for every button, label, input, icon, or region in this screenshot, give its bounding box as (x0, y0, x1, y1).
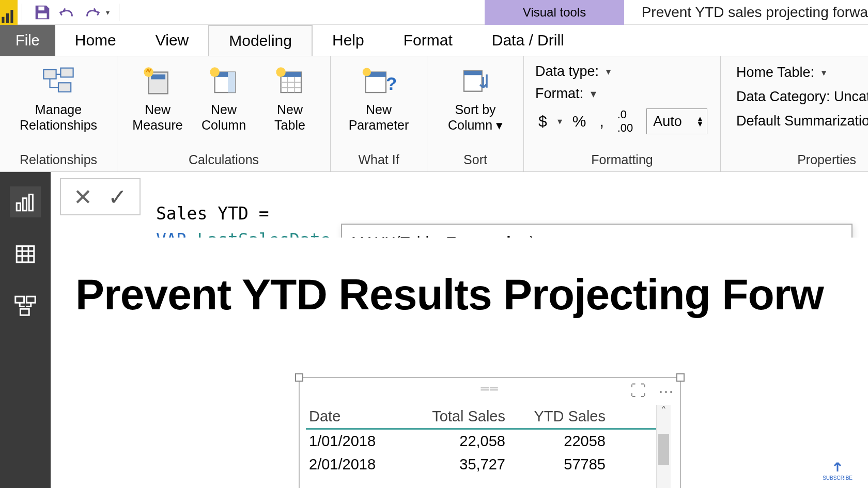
column-icon (205, 62, 242, 100)
decimal-places-stepper[interactable]: Auto ▲▼ (646, 108, 707, 134)
svg-point-10 (144, 67, 153, 77)
svg-rect-27 (17, 246, 34, 262)
sort-by-column-button[interactable]: Sort by Column ▾ (437, 59, 514, 133)
currency-button[interactable]: $ (535, 113, 550, 130)
scroll-up-icon[interactable]: ˄ (657, 405, 671, 418)
ribbon-group-properties: Home Table:▾ Data Category: Uncategorize… (721, 56, 868, 171)
scroll-thumb[interactable] (658, 434, 669, 465)
parameter-icon: ? (360, 62, 397, 100)
tab-help[interactable]: Help (313, 25, 384, 56)
column-header[interactable]: YTD Sales (518, 408, 611, 425)
data-category-dropdown[interactable]: Data Category: Uncategorize (736, 89, 868, 105)
new-measure-button[interactable]: New Measure (127, 59, 189, 133)
ribbon-group-calculations: New Measure New Column New Table Calcula… (117, 56, 331, 171)
sort-icon (457, 62, 494, 100)
scrollbar[interactable]: ˄ (656, 405, 671, 488)
svg-rect-25 (23, 198, 26, 211)
app-logo (0, 0, 18, 25)
focus-mode-icon[interactable]: ⛶ (630, 382, 646, 400)
model-view-button[interactable] (10, 290, 41, 321)
column-header[interactable]: Total Sales (420, 408, 518, 425)
svg-rect-5 (43, 70, 56, 79)
contextual-tab-label: Visual tools (523, 5, 586, 20)
ribbon-group-formatting: Data type:▾ Format:▾ $▾ % , .0.00 Auto ▲… (524, 56, 721, 171)
home-table-dropdown[interactable]: Home Table:▾ (736, 65, 868, 81)
stepper-arrows[interactable]: ▲▼ (696, 116, 704, 127)
decimal-icon[interactable]: .0.00 (614, 108, 637, 135)
report-title-text: Prevent YTD Results Projecting Forw (75, 270, 824, 320)
svg-rect-26 (29, 195, 33, 211)
measure-icon (139, 62, 176, 100)
undo-button[interactable] (56, 2, 78, 23)
tab-modeling[interactable]: Modeling (208, 25, 313, 56)
table-header-row: Date Total Sales YTD Sales (306, 405, 656, 430)
table-icon (271, 62, 308, 100)
document-title: Prevent YTD sales projecting forwa (642, 4, 868, 21)
data-table: Date Total Sales YTD Sales 1/01/2018 22,… (306, 405, 656, 488)
svg-rect-13 (228, 72, 235, 92)
table-row[interactable]: 2/01/2018 35,727 57785 (306, 453, 656, 476)
formula-controls: ✕ ✓ (60, 178, 141, 215)
default-summarization-dropdown[interactable]: Default Summarization: Don't (736, 113, 868, 129)
formula-accept-button[interactable]: ✓ (108, 184, 127, 210)
resize-handle[interactable] (676, 373, 685, 382)
svg-text:?: ? (386, 73, 396, 93)
svg-rect-24 (17, 203, 20, 210)
thousands-separator-button[interactable]: , (596, 113, 607, 130)
svg-point-14 (210, 67, 220, 77)
contextual-tab-visual-tools[interactable]: Visual tools (485, 0, 624, 25)
tab-file[interactable]: File (0, 25, 55, 56)
ribbon-body: Manage Relationships Relationships New M… (0, 56, 868, 172)
relationships-icon (40, 62, 77, 100)
ribbon-tabs: File Home View Modeling Help Format Data… (0, 25, 868, 56)
svg-rect-29 (26, 296, 35, 303)
tab-data-drill[interactable]: Data / Drill (472, 25, 584, 56)
qat-customize-dropdown[interactable]: ▾ (106, 8, 110, 17)
quick-access-toolbar: ▾ (26, 2, 115, 23)
currency-dropdown[interactable]: ▾ (557, 116, 562, 127)
subscribe-watermark: SUBSCRIBE (823, 459, 853, 481)
ribbon-group-relationships: Manage Relationships Relationships (0, 56, 117, 171)
new-parameter-button[interactable]: ? New Parameter (340, 59, 417, 133)
new-table-button[interactable]: New Table (259, 59, 321, 133)
svg-rect-9 (151, 74, 165, 79)
redo-button[interactable] (81, 2, 103, 23)
table-visual[interactable]: ══ ⛶ ⋯ Date Total Sales YTD Sales 1/01/2… (299, 377, 681, 488)
svg-point-17 (276, 67, 286, 77)
more-options-icon[interactable]: ⋯ (658, 382, 674, 400)
drag-grip-icon[interactable]: ══ (481, 382, 499, 396)
tab-home[interactable]: Home (55, 25, 136, 56)
column-header[interactable]: Date (306, 408, 420, 425)
report-view-button[interactable] (10, 186, 41, 217)
formula-cancel-button[interactable]: ✕ (73, 184, 92, 210)
svg-rect-2 (10, 10, 13, 23)
resize-handle[interactable] (295, 373, 303, 382)
svg-rect-4 (38, 13, 47, 18)
svg-rect-30 (20, 309, 29, 315)
data-type-dropdown[interactable]: Data type:▾ (535, 64, 709, 80)
tab-format[interactable]: Format (384, 25, 472, 56)
svg-point-21 (363, 68, 371, 76)
svg-rect-0 (2, 17, 4, 23)
new-column-button[interactable]: New Column (193, 59, 255, 133)
svg-rect-6 (60, 68, 73, 77)
title-bar: ▾ Visual tools Prevent YTD sales project… (0, 0, 868, 25)
data-view-button[interactable] (10, 238, 41, 269)
save-button[interactable] (32, 2, 53, 23)
svg-rect-28 (16, 296, 24, 303)
table-row[interactable]: 1/01/2018 22,058 22058 (306, 430, 656, 453)
tab-view[interactable]: View (136, 25, 208, 56)
format-dropdown[interactable]: Format:▾ (535, 86, 709, 102)
svg-rect-7 (58, 83, 71, 92)
svg-rect-1 (6, 13, 9, 23)
ribbon-group-sort: Sort by Column ▾ Sort (427, 56, 524, 171)
manage-relationships-button[interactable]: Manage Relationships (9, 59, 107, 133)
svg-rect-23 (464, 71, 482, 75)
view-rail (0, 172, 51, 488)
ribbon-group-whatif: ? New Parameter What If (331, 56, 427, 171)
svg-rect-3 (38, 6, 44, 10)
percent-button[interactable]: % (569, 113, 590, 130)
report-canvas[interactable]: Prevent YTD Results Projecting Forw ══ ⛶… (51, 238, 868, 488)
